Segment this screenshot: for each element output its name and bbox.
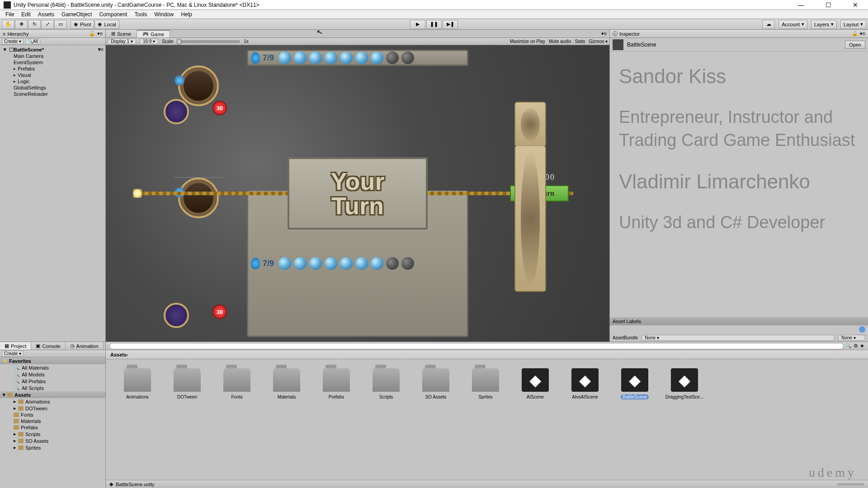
lock-icon[interactable]: 🔓 bbox=[852, 31, 858, 37]
create-dropdown[interactable]: Create ▾ bbox=[2, 38, 24, 44]
favorite-item[interactable]: 🔍All Models bbox=[0, 371, 105, 378]
maximize-toggle[interactable]: Maximize on Play bbox=[510, 39, 545, 44]
hierarchy-item[interactable]: Prefabs bbox=[0, 66, 105, 72]
asset-item[interactable]: Prefabs bbox=[318, 368, 354, 399]
asset-item[interactable]: Materials bbox=[269, 368, 305, 399]
hierarchy-tab[interactable]: ≡ Hierarchy 🔓 ▾≡ bbox=[0, 30, 105, 38]
hierarchy-item[interactable]: GlobalSettings bbox=[0, 84, 105, 91]
menu-window[interactable]: Window bbox=[151, 10, 177, 19]
assets-search-input[interactable] bbox=[109, 343, 844, 349]
layout-dropdown[interactable]: Layout ▾ bbox=[840, 20, 866, 29]
scale-slider[interactable] bbox=[177, 40, 240, 43]
asset-item[interactable]: DOTween bbox=[169, 368, 205, 399]
project-tree[interactable]: ★Favorites 🔍All Materials 🔍All Models 🔍A… bbox=[0, 357, 105, 488]
rect-tool-icon[interactable]: ▭ bbox=[54, 20, 67, 29]
animation-tab[interactable]: ◷ Animation bbox=[66, 342, 104, 350]
cloud-icon[interactable]: ☁ bbox=[762, 20, 775, 29]
aspect-dropdown[interactable]: 16:9 ▾ bbox=[140, 38, 158, 44]
lock-icon[interactable]: 🔓 bbox=[89, 31, 95, 37]
create-dropdown[interactable]: Create ▾ bbox=[2, 351, 24, 357]
maximize-button[interactable]: ☐ bbox=[819, 0, 837, 9]
asset-labels-header[interactable]: Asset Labels bbox=[610, 317, 868, 325]
folder-item[interactable]: ▸Scripts bbox=[0, 431, 105, 437]
hierarchy-item[interactable]: Main Camera bbox=[0, 53, 105, 59]
folder-item[interactable]: Prefabs bbox=[0, 424, 105, 431]
assets-grid[interactable]: AnimationsDOTweenFontsMaterialsPrefabsSc… bbox=[106, 359, 868, 480]
label-tag-icon[interactable] bbox=[859, 326, 865, 333]
favorite-item[interactable]: 🔍All Materials bbox=[0, 364, 105, 371]
scale-tool-icon[interactable]: ⤢ bbox=[41, 20, 54, 29]
inspector-tab[interactable]: ⓘ Inspector 🔓 ▾≡ bbox=[610, 30, 868, 38]
hierarchy-item[interactable]: EventSystem bbox=[0, 59, 105, 66]
menu-component[interactable]: Component bbox=[95, 10, 131, 19]
breadcrumb[interactable]: Assets › bbox=[106, 350, 868, 359]
folder-item[interactable]: Fonts bbox=[0, 412, 105, 418]
hand-tool-icon[interactable]: ✋ bbox=[2, 20, 14, 29]
scene-tab[interactable]: ⊞ Scene bbox=[106, 30, 137, 38]
assetbundle-variant-dropdown[interactable]: None ▾ bbox=[838, 335, 865, 341]
hero-power-icon[interactable] bbox=[164, 303, 189, 328]
menu-assets[interactable]: Assets bbox=[34, 10, 58, 19]
player-hero[interactable]: 30 bbox=[174, 177, 223, 324]
hero-power-icon[interactable] bbox=[164, 99, 189, 124]
display-dropdown[interactable]: Display 1 ▾ bbox=[108, 38, 136, 44]
layers-dropdown[interactable]: Layers ▾ bbox=[811, 20, 837, 29]
hierarchy-tree[interactable]: ▾⬚ BattleScene*▾≡ Main Camera EventSyste… bbox=[0, 45, 105, 342]
account-dropdown[interactable]: Account ▾ bbox=[778, 20, 807, 29]
mute-toggle[interactable]: Mute audio bbox=[549, 39, 571, 44]
step-button[interactable]: ▶❚ bbox=[443, 20, 458, 29]
search-icon[interactable]: 🔍 bbox=[845, 343, 852, 349]
star-icon[interactable]: ★ bbox=[860, 343, 864, 349]
game-tab[interactable]: 🎮 Game bbox=[137, 30, 170, 38]
game-view[interactable]: 7/9 7/9 30 30 Your Turn bbox=[106, 45, 609, 342]
asset-item[interactable]: Scripts bbox=[368, 368, 404, 399]
hierarchy-item[interactable]: SceneReloader bbox=[0, 91, 105, 97]
asset-item[interactable]: DraggingTestSce... bbox=[666, 368, 703, 399]
filter-icon[interactable]: ⚙ bbox=[854, 343, 858, 349]
player-deck[interactable] bbox=[514, 145, 546, 292]
folder-item[interactable]: ▸Sprites bbox=[0, 444, 105, 451]
folder-item[interactable]: ▸Animations bbox=[0, 398, 105, 405]
asset-item[interactable]: AIvsAIScene bbox=[567, 368, 603, 399]
pause-button[interactable]: ❚❚ bbox=[426, 20, 442, 29]
folder-item[interactable]: ▸SO Assets bbox=[0, 437, 105, 444]
tab-options-icon[interactable]: ▾≡ bbox=[599, 30, 609, 38]
favorites-header[interactable]: ★Favorites bbox=[0, 357, 105, 364]
menu-tools[interactable]: Tools bbox=[131, 10, 151, 19]
asset-item[interactable]: Sprites bbox=[467, 368, 504, 399]
asset-item[interactable]: AIScene bbox=[517, 368, 553, 399]
open-button[interactable]: Open bbox=[845, 41, 865, 49]
assets-header[interactable]: ▾ Assets bbox=[0, 391, 105, 398]
menu-gameobject[interactable]: GameObject bbox=[58, 10, 95, 19]
play-button[interactable]: ▶ bbox=[410, 20, 425, 29]
menu-help[interactable]: Help bbox=[177, 10, 196, 19]
move-tool-icon[interactable]: ✥ bbox=[15, 20, 28, 29]
menu-file[interactable]: File bbox=[2, 10, 18, 19]
asset-item[interactable]: BattleScene bbox=[617, 368, 653, 399]
asset-item[interactable]: SO Assets bbox=[418, 368, 454, 399]
menu-edit[interactable]: Edit bbox=[18, 10, 34, 19]
gizmos-dropdown[interactable]: Gizmos ▾ bbox=[589, 39, 608, 44]
console-tab[interactable]: ▣ Console bbox=[31, 342, 65, 350]
opponent-deck[interactable] bbox=[514, 102, 546, 147]
thumbnail-size-slider[interactable] bbox=[837, 483, 864, 486]
search-filter[interactable]: 🔍All bbox=[25, 38, 40, 44]
project-tab[interactable]: ▦ Project bbox=[0, 342, 31, 350]
stats-toggle[interactable]: Stats bbox=[575, 39, 585, 44]
opponent-hero[interactable]: 30 bbox=[174, 66, 223, 120]
folder-item[interactable]: ▸DOTween bbox=[0, 405, 105, 412]
rotate-tool-icon[interactable]: ↻ bbox=[28, 20, 41, 29]
close-button[interactable]: ✕ bbox=[846, 0, 864, 9]
minimize-button[interactable]: — bbox=[792, 0, 810, 9]
asset-item[interactable]: Animations bbox=[119, 368, 156, 399]
hierarchy-item[interactable]: Visual bbox=[0, 72, 105, 78]
local-toggle[interactable]: ◉ Local bbox=[94, 20, 119, 29]
favorite-item[interactable]: 🔍All Prefabs bbox=[0, 378, 105, 385]
hierarchy-item[interactable]: Logic bbox=[0, 78, 105, 84]
pivot-toggle[interactable]: ◉ Pivot bbox=[71, 20, 94, 29]
assetbundle-dropdown[interactable]: None ▾ bbox=[642, 335, 835, 341]
asset-item[interactable]: Fonts bbox=[219, 368, 255, 399]
folder-item[interactable]: Materials bbox=[0, 418, 105, 424]
favorite-item[interactable]: 🔍All Scripts bbox=[0, 385, 105, 391]
scene-root[interactable]: ▾⬚ BattleScene*▾≡ bbox=[0, 46, 105, 53]
